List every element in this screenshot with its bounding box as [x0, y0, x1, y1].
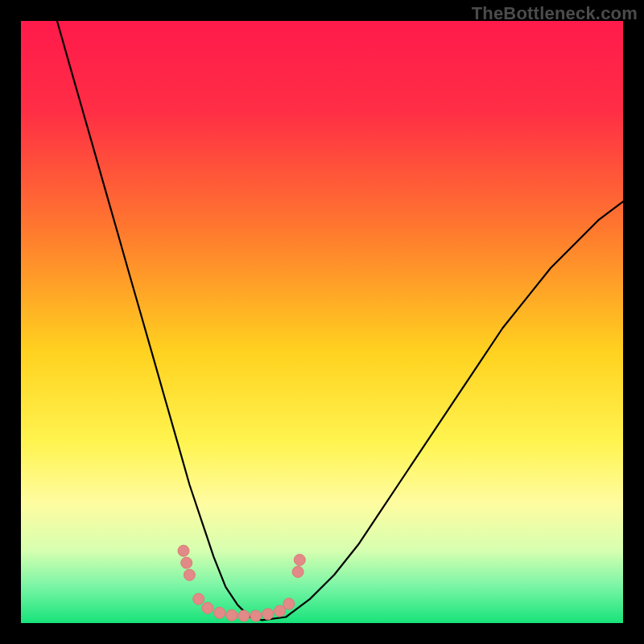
highlight-dot — [193, 593, 204, 605]
chart-frame: TheBottleneck.com — [0, 0, 644, 644]
highlight-dot — [214, 607, 225, 618]
chart-svg — [21, 21, 623, 623]
highlight-dot — [275, 605, 286, 617]
highlight-dot — [238, 610, 250, 621]
gradient-background — [21, 21, 623, 623]
highlight-dot — [178, 545, 189, 556]
highlight-dot — [184, 569, 195, 580]
watermark-text: TheBottleneck.com — [472, 3, 638, 24]
highlight-dot — [202, 602, 213, 613]
highlight-dot — [181, 557, 192, 568]
highlight-dot — [292, 566, 303, 577]
plot-area — [21, 21, 623, 623]
highlight-dot — [262, 609, 274, 620]
highlight-dot — [294, 555, 305, 566]
highlight-dot — [226, 609, 237, 621]
highlight-dot — [283, 598, 295, 609]
highlight-dot — [250, 610, 262, 621]
